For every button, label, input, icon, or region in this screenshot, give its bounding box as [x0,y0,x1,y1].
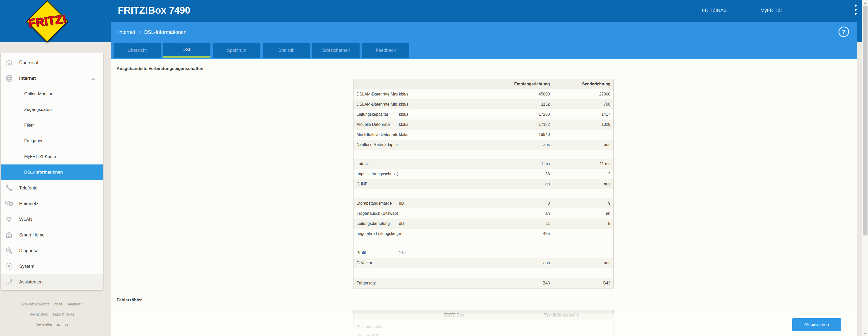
table-row: Profil17a [353,248,613,258]
row-tx-value: 768 [553,102,613,107]
row-rx-value: 17268 [477,112,553,117]
sidebar-subitem-label: DSL-Informationen [24,170,63,175]
sidebar-item-dsl-informationen[interactable]: DSL-Informationen [1,165,103,180]
table-row: LeitungsdämpfungdB115 [353,219,613,229]
row-tx-value: 11 ms [553,162,613,166]
row-label: Min Effektive Datenrate [353,132,398,137]
page-title: FRITZ!Box 7490 [118,5,190,16]
breadcrumb-section[interactable]: Internet [118,29,135,35]
footer-link-tipps[interactable]: Tipps & Tricks [52,312,74,316]
table-spacer-row [353,239,613,248]
sidebar-item-assistenten[interactable]: Assistenten [1,274,103,290]
footer-link-inhalt[interactable]: Inhalt [53,302,62,306]
sidebar-item-myfritz-konto[interactable]: MyFRITZ!-Konto [1,149,103,165]
help-icon[interactable]: ? [838,27,849,37]
refresh-button[interactable]: Aktualisieren [792,318,841,331]
row-label: Nahtlose Ratenadaption [353,142,398,147]
row-unit: m [398,231,477,236]
sidebar-item-telefonie[interactable]: Telefonie [1,180,103,196]
row-rx-value: aus [477,142,553,147]
row-unit: kbit/s [398,112,477,117]
tab-feedback[interactable]: Feedback [362,43,409,58]
fritznas-link[interactable]: FRITZ!NAS [702,7,727,13]
row-rx-value: aus [477,261,553,265]
chevron-up-icon[interactable] [90,76,96,84]
footer-link-newsletter[interactable]: Newsletter [36,323,52,327]
sidebar-subitem-label: MyFRITZ!-Konto [24,154,56,159]
row-rx-value: 1152 [477,102,553,107]
sidebar-item-filter[interactable]: Filter [1,117,103,133]
scroll-down-arrow-icon[interactable]: ▼ [862,331,868,336]
row-label: Trägertausch (Bitswap) [353,211,398,216]
table-row: Aktuelle Datenratekbit/s171821329 [353,119,613,130]
row-rx-value: 16940 [477,132,553,137]
table-row: Trägertausch (Bitswap)anan [353,208,613,219]
sidebar-subitem-label: Freigaben [24,138,44,143]
sidebar-item-online-monitor[interactable]: Online-Monitor [1,86,103,102]
sidebar-item-label: System [19,264,34,269]
row-rx-value: 455 [477,231,553,236]
footer-link-rechtliches[interactable]: Rechtliches [30,312,48,316]
sidebar-item-wlan[interactable]: WLAN [1,212,103,227]
sidebar-item-label: Assistenten [19,279,43,285]
row-unit: kbit/s [398,92,477,96]
breadcrumb-page: DSL-Informationen [144,29,186,35]
table-row: G.INPanaus [353,179,613,189]
row-unit: dB [398,221,477,226]
tab-dsl[interactable]: DSL [163,43,211,58]
sidebar-item-freigaben[interactable]: Freigaben [1,133,103,149]
section-title-fehlerzaehler: Fehlerzähler [117,298,142,303]
table-row: Nahtlose Ratenadaptionausaus [353,140,613,150]
tab-bar: Übersicht DSL Spektrum Statistik Störsic… [111,42,857,59]
tab-statistik[interactable]: Statistik [263,43,310,58]
sidebar-item-diagnose[interactable]: Diagnose [1,243,103,258]
tab-stoersicherheit[interactable]: Störsicherheit [312,43,360,58]
kebab-menu-icon[interactable] [854,4,858,18]
row-rx-value: 45000 [477,92,553,96]
header-right-strip [857,0,862,42]
sidebar-item-label: Internet [19,76,36,81]
tab-spektrum[interactable]: Spektrum [213,43,260,58]
table-row: G.Vectorausaus [353,258,613,268]
smarthome-icon [4,230,13,240]
vertical-scrollbar[interactable]: ▲ ▼ [862,0,868,336]
row-unit: 17a [398,251,477,255]
assistants-icon [4,278,13,287]
scrollbar-thumb[interactable] [863,5,868,235]
myfritz-link[interactable]: MyFRITZ! [761,7,782,13]
row-tx-value: an [553,211,613,216]
sidebar-item-smart-home[interactable]: Smart Home [1,227,103,243]
col-header-senderichtung: Senderichtung [553,82,613,86]
row-label: Leitungsdämpfung [353,221,398,226]
sidebar-item-heimnetz[interactable]: Heimnetz [1,196,103,212]
chevron-right-icon: › [139,29,141,36]
sidebar-item-system[interactable]: System [1,258,103,274]
row-rx-value: an [477,211,553,216]
scroll-up-arrow-icon[interactable]: ▲ [862,0,868,5]
table-spacer-row [353,189,613,198]
diagnose-icon [4,246,13,255]
table-row: DSLAM-Datenrate Min.kbit/s1152768 [353,99,613,109]
table-row: Min Effektive Datenratekbit/s16940 [353,130,613,140]
network-icon [4,199,13,208]
footer-link-ansicht[interactable]: Ansicht: Erweitert [22,302,49,306]
sidebar-subitem-label: Zugangsdaten [24,107,52,112]
table-row: Impulsstörungsschutz (INP)382 [353,169,613,179]
system-icon [4,262,13,271]
row-label: Latenz [353,162,398,166]
sidebar-item-zugangsdaten[interactable]: Zugangsdaten [1,102,103,117]
globe-icon [4,74,13,83]
row-tx-value: 2 [553,172,613,176]
footer-link-avmde[interactable]: avm.de [57,323,68,327]
sidebar-item-label: WLAN [19,217,32,222]
table-row: Leitungskapazitätkbit/s172681417 [353,109,613,119]
footer-link-handbuch[interactable]: Handbuch [67,302,83,306]
row-unit: kbit/s [398,122,477,127]
row-rx-value: 17182 [477,122,553,127]
sidebar-item-uebersicht[interactable]: Übersicht [1,55,103,71]
sidebar-item-label: Übersicht [19,60,38,65]
tab-uebersicht[interactable]: Übersicht [114,43,161,58]
row-label: Impulsstörungsschutz (INP) [353,172,398,176]
row-unit: kbit/s [398,132,477,137]
sidebar-item-internet[interactable]: Internet [1,71,103,86]
